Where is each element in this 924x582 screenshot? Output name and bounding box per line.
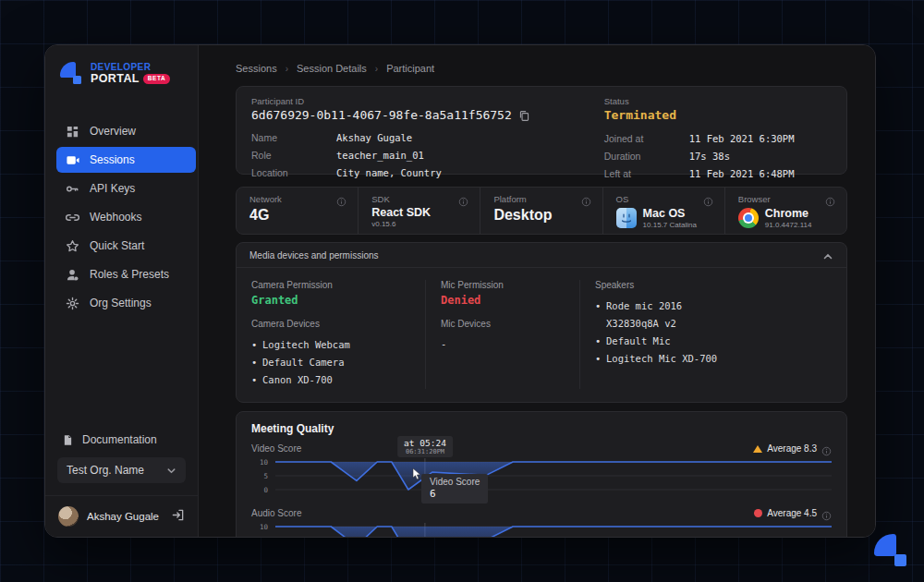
time-row: Joined at11 Feb 2021 6:30PM [604, 129, 832, 147]
logout-button[interactable] [171, 508, 185, 526]
spec-label: Platform [493, 194, 526, 204]
breadcrumb-separator: › [375, 64, 378, 74]
spec-sdk: SDK React SDK v0.15.6 [358, 188, 480, 234]
cursor-icon [412, 468, 421, 480]
red-dot-icon [754, 509, 762, 517]
info-icon[interactable] [703, 194, 713, 204]
info-icon[interactable] [336, 194, 346, 204]
documentation-label: Documentation [82, 433, 157, 446]
audio-average: Average 4.5 [767, 508, 817, 518]
spec-browser: Browser Chrome 91.0.4472.114 [724, 188, 846, 234]
sidebar-item-label: Roles & Presets [90, 268, 169, 281]
macos-icon [616, 208, 637, 228]
audio-score-plot [275, 523, 832, 538]
meeting-quality-title: Meeting Quality [251, 422, 832, 435]
row-value: City name, Country [336, 167, 442, 178]
warning-triangle-icon [753, 445, 762, 453]
chevron-down-icon [166, 466, 176, 476]
sidebar-item-overview[interactable]: Overview [45, 117, 198, 145]
list-item: Default Camera [251, 354, 410, 371]
row-label: Duration [604, 151, 689, 162]
info-icon[interactable] [821, 508, 832, 518]
row-label: Location [251, 167, 336, 178]
camera-devices-list: Logitech Webcam Default Camera Canon XD-… [251, 336, 410, 389]
spec-sub: 10.15.7 Catalina [643, 221, 697, 229]
user-row: Akshay Gugale [45, 495, 198, 537]
audio-y-axis: 10 5 0 [251, 523, 275, 538]
participant-row: LocationCity name, Country [251, 164, 604, 181]
star-icon [66, 239, 79, 253]
mic-permission-label: Mic Permission [441, 280, 565, 290]
spec-label: OS [616, 194, 629, 204]
spec-sub: 91.0.4472.114 [765, 221, 812, 229]
info-icon[interactable] [458, 194, 468, 204]
time-row: Duration17s 38s [604, 147, 832, 164]
participant-id-label: Participant ID [251, 96, 604, 106]
avatar[interactable] [58, 506, 79, 527]
sidebar-item-label: Org Settings [90, 297, 152, 309]
spec-value: Desktop [493, 207, 590, 224]
sidebar-item-quick-start[interactable]: Quick Start [45, 232, 198, 260]
participant-row: NameAkshay Gugale [251, 128, 604, 146]
grid-icon [66, 125, 79, 139]
participant-row: Roleteacher_main_01 [251, 146, 604, 164]
speakers-list: Rode mic 2016X32830q8A v2 Default Mic Lo… [595, 297, 832, 368]
speakers-column: Speakers Rode mic 2016X32830q8A v2 Defau… [580, 280, 846, 389]
sidebar-item-roles-presets[interactable]: Roles & Presets [45, 261, 198, 288]
media-devices-card: Media devices and permissions Camera Per… [236, 242, 847, 403]
video-score-tooltip: Video Score 6 [421, 474, 488, 503]
sidebar-item-api-keys[interactable]: API Keys [45, 175, 198, 202]
info-icon[interactable] [825, 194, 835, 204]
row-label: Name [251, 132, 336, 143]
mic-devices-empty: - [441, 338, 565, 349]
person-badge-icon [66, 268, 79, 282]
audio-score-label: Audio Score [251, 508, 301, 518]
row-value: 11 Feb 2021 6:48PM [689, 168, 795, 179]
camera-column: Camera Permission Granted Camera Devices… [237, 280, 426, 389]
row-value: 17s 38s [689, 151, 730, 162]
video-y-axis: 10 5 0 [251, 458, 275, 495]
breadcrumb-session-details[interactable]: Session Details [297, 63, 367, 74]
camera-devices-label: Camera Devices [251, 319, 410, 329]
video-score-chart[interactable]: 10 5 0 at 05:24 06:31:20PM Video Score 6 [251, 458, 832, 495]
logo-line2: PORTAL [91, 73, 140, 85]
spec-label: Browser [738, 194, 771, 204]
org-selector[interactable]: Test Org. Name [57, 457, 186, 483]
spec-value: Mac OS [643, 207, 697, 220]
video-average: Average 8.3 [767, 443, 817, 454]
sidebar-item-webhooks[interactable]: Webhooks [45, 203, 198, 231]
spec-value: React SDK [371, 206, 468, 219]
sidebar-nav: Overview Sessions API Keys Webhooks Quic… [45, 117, 198, 317]
sidebar-item-label: Webhooks [90, 211, 141, 224]
audio-score-section: Audio Score Average 4.5 10 5 0 [251, 508, 832, 538]
video-score-section: Video Score Average 8.3 10 5 0 [251, 443, 832, 495]
mic-devices-label: Mic Devices [441, 319, 565, 329]
row-value: teacher_main_01 [336, 150, 424, 161]
row-value: 11 Feb 2021 6:30PM [689, 133, 795, 144]
audio-score-chart[interactable]: 10 5 0 Audio Score [251, 523, 832, 538]
video-score-label: Video Score [251, 443, 301, 454]
info-icon[interactable] [821, 443, 832, 454]
sidebar-item-org-settings[interactable]: Org Settings [45, 289, 198, 317]
row-value: Akshay Gugale [336, 132, 412, 143]
list-item: Canon XD-700 [251, 371, 410, 389]
app-logo: DEVELOPER PORTALBETA [45, 62, 198, 86]
list-item: Logitech Webcam [251, 336, 410, 354]
breadcrumb-separator: › [286, 64, 288, 74]
list-item: Rode mic 2016X32830q8A v2 [595, 297, 832, 333]
breadcrumb: Sessions › Session Details › Participant [236, 63, 847, 74]
sidebar-item-documentation[interactable]: Documentation [45, 433, 198, 446]
corner-logo-icon [874, 534, 909, 569]
sidebar-item-label: Overview [90, 125, 136, 138]
main-content: Sessions › Session Details › Participant… [199, 45, 875, 537]
sidebar-item-sessions[interactable]: Sessions [56, 147, 196, 173]
list-item: Default Mic [595, 333, 832, 350]
logo-mark-icon [60, 62, 84, 86]
chevron-up-icon[interactable] [822, 249, 833, 261]
media-devices-header[interactable]: Media devices and permissions [237, 243, 846, 268]
breadcrumb-sessions[interactable]: Sessions [236, 63, 277, 74]
info-icon[interactable] [581, 194, 591, 204]
spec-network: Network 4G [237, 188, 358, 234]
copy-icon[interactable] [518, 109, 530, 121]
list-item: Logitech Mic XD-700 [595, 350, 832, 368]
